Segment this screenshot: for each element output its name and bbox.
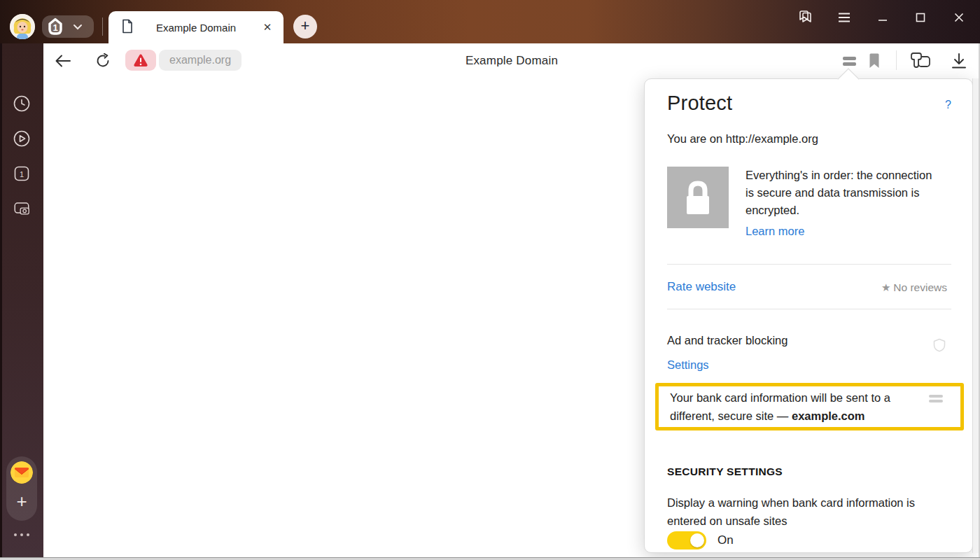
new-tab-button[interactable]: + [293,15,317,38]
menu-icon[interactable] [835,8,853,27]
help-icon[interactable]: ? [945,99,951,111]
bank-card-notice-highlight[interactable]: Your bank card information will be sent … [655,383,964,430]
page-document-icon [121,19,134,36]
sidebar-more-icon[interactable] [0,533,43,536]
titlebar: 1 Example Domain ✕ + [0,0,980,43]
sidebar: 1 + [0,43,43,557]
reviews-status: ★ No reviews [881,281,947,294]
active-tab[interactable]: Example Domain ✕ [108,11,284,43]
window-edge [0,43,2,557]
minimize-button[interactable] [874,8,892,27]
profile-avatar[interactable] [10,14,35,39]
toolbar-page-title: Example Domain [43,54,980,68]
settings-link[interactable]: Settings [667,358,709,372]
close-button[interactable] [950,8,968,27]
panel-title: Protect [667,92,732,115]
add-service-button[interactable]: + [6,487,37,515]
tab-counter-shape: 1 [45,16,66,37]
current-site-text: You are on http://example.org [667,132,818,146]
toolbar-separator [896,50,897,70]
lock-icon [682,179,713,216]
divider [667,264,951,265]
services-dock: + [6,456,37,521]
tabs-panel-icon[interactable]: 1 [13,164,31,183]
card-warning-setting-label: Display a warning when bank card informa… [667,493,954,530]
protect-panel: Protect ? You are on http://example.org … [644,78,973,553]
notice-domain: example.com [792,410,865,422]
protect-panel-icon[interactable] [843,52,856,70]
history-icon[interactable] [13,94,31,113]
mail-app-icon[interactable] [10,461,33,484]
bank-card-icon [929,395,943,402]
tab-counter-value: 1 [45,16,66,37]
downloads-icon[interactable] [950,52,968,70]
notice-dash: — [777,410,792,422]
extensions-icon[interactable] [908,52,934,70]
ad-blocking-label: Ad and tracker blocking [667,334,788,347]
bank-card-notice-text: Your bank card information will be sent … [670,388,927,425]
security-settings-heading: SECURITY SETTINGS [667,465,783,478]
toggle-state-label: On [718,533,734,547]
screenshot-icon[interactable] [13,200,31,218]
bookmark-icon[interactable] [869,52,880,70]
status-message: Everything's in order: the connection is… [746,169,932,216]
tab-close-icon[interactable]: ✕ [261,21,274,34]
collections-icon[interactable] [797,8,815,27]
toggle-knob [690,533,704,547]
divider [667,309,951,309]
lock-tile [667,167,729,228]
avatar-illustration [10,14,35,39]
reviews-text: No reviews [893,281,947,294]
learn-more-link[interactable]: Learn more [746,223,804,240]
tab-counter-pill[interactable]: 1 [42,15,94,38]
browser-window: 1 Example Domain ✕ + [0,0,980,560]
sidebar-tab-count: 1 [20,170,24,178]
card-warning-toggle[interactable] [667,531,706,550]
tab-title: Example Domain [134,22,261,34]
video-player-icon[interactable] [13,130,31,148]
connection-status-row: Everything's in order: the connection is… [667,167,933,240]
chevron-down-icon[interactable] [73,20,83,33]
card-warning-toggle-row: On [667,531,734,550]
window-bottom-border [0,557,980,560]
star-icon: ★ [881,281,890,294]
shield-icon [933,338,946,355]
maximize-button[interactable] [911,8,930,27]
titlebar-separator [102,18,103,36]
rate-website-link[interactable]: Rate website [667,280,736,294]
